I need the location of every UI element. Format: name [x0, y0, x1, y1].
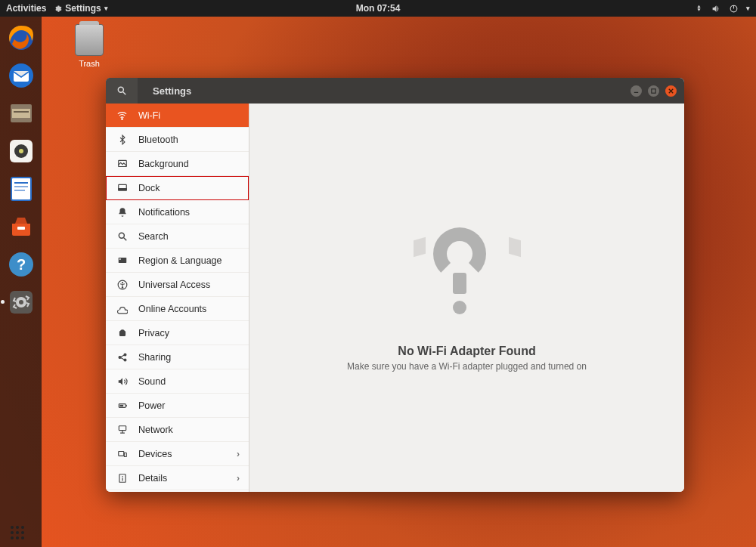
- sidebar-item-label: Online Accounts: [138, 304, 206, 314]
- search-button[interactable]: [106, 78, 138, 104]
- show-applications-button[interactable]: [11, 526, 24, 539]
- dock-item-software[interactable]: [6, 212, 36, 242]
- sound-icon: [116, 375, 128, 387]
- sidebar-item-dock[interactable]: Dock: [106, 176, 249, 200]
- online-accounts-icon: [116, 303, 128, 314]
- region-icon: [116, 255, 128, 266]
- dock-item-thunderbird[interactable]: [6, 60, 36, 91]
- sidebar-item-wifi[interactable]: Wi-Fi: [106, 104, 249, 128]
- dock-item-settings[interactable]: [6, 287, 36, 317]
- svg-rect-50: [122, 477, 122, 481]
- sidebar-item-label: Region & Language: [138, 255, 222, 266]
- sidebar-item-label: Devices: [138, 449, 172, 459]
- search-icon: [116, 85, 127, 96]
- wifi-icon: [116, 110, 128, 121]
- svg-point-49: [122, 475, 123, 477]
- network-status-icon[interactable]: [694, 4, 704, 14]
- svg-rect-46: [118, 451, 123, 456]
- svg-point-9: [19, 149, 23, 153]
- svg-rect-47: [124, 453, 126, 456]
- sidebar-item-label: Bluetooth: [138, 134, 178, 145]
- sidebar-item-sharing[interactable]: Sharing: [106, 345, 249, 369]
- sidebar-item-label: Sound: [138, 376, 166, 387]
- svg-rect-31: [118, 257, 126, 262]
- sidebar-item-label: Privacy: [138, 328, 169, 338]
- activities-button[interactable]: Activities: [6, 3, 46, 14]
- dock-item-files[interactable]: [6, 98, 36, 128]
- close-button[interactable]: [665, 85, 677, 97]
- sidebar-item-sound[interactable]: Sound: [106, 369, 249, 394]
- svg-rect-14: [14, 190, 25, 191]
- svg-point-34: [121, 282, 122, 283]
- sidebar-item-label: Wi-Fi: [138, 110, 160, 121]
- maximize-button[interactable]: [648, 85, 659, 97]
- universal-access-icon: [116, 279, 128, 290]
- svg-rect-6: [14, 111, 29, 113]
- sidebar-item-devices[interactable]: Devices ›: [106, 442, 249, 466]
- svg-line-39: [120, 357, 124, 359]
- window-title: Settings: [138, 85, 631, 97]
- privacy-icon: [116, 327, 128, 338]
- sidebar-item-privacy[interactable]: Privacy: [106, 321, 249, 345]
- svg-rect-41: [125, 404, 126, 406]
- sidebar-item-search[interactable]: Search: [106, 224, 249, 249]
- settings-gear-icon: [54, 5, 62, 13]
- svg-rect-10: [11, 178, 31, 200]
- dropdown-arrow-icon: ▾: [104, 5, 108, 12]
- sidebar-item-universal-access[interactable]: Universal Access: [106, 273, 249, 297]
- dock-item-firefox[interactable]: [6, 23, 36, 53]
- sidebar-item-region[interactable]: Region & Language: [106, 249, 249, 273]
- svg-line-38: [120, 355, 124, 357]
- sidebar-item-label: Power: [138, 400, 165, 411]
- sharing-icon: [116, 351, 128, 363]
- power-icon: [116, 400, 128, 411]
- sidebar-item-notifications[interactable]: Notifications: [106, 200, 249, 224]
- sidebar-item-background[interactable]: Background: [106, 152, 249, 176]
- bluetooth-icon: [116, 134, 128, 145]
- sidebar-item-bluetooth[interactable]: Bluetooth: [106, 128, 249, 152]
- dock-item-writer[interactable]: [6, 174, 36, 204]
- sidebar-item-label: Details: [138, 473, 167, 484]
- volume-status-icon[interactable]: [711, 4, 721, 14]
- chevron-right-icon: ›: [237, 473, 240, 484]
- clock[interactable]: Mon 07:54: [356, 3, 401, 14]
- sidebar-item-details[interactable]: Details ›: [106, 466, 249, 490]
- svg-rect-5: [12, 109, 30, 118]
- dock-icon: [116, 182, 128, 193]
- dock: ?: [0, 17, 42, 547]
- app-menu-button[interactable]: Settings ▾: [54, 3, 107, 14]
- devices-icon: [116, 448, 128, 459]
- dock-item-rhythmbox[interactable]: [6, 136, 36, 166]
- sidebar-item-label: Sharing: [138, 352, 171, 363]
- svg-rect-42: [119, 404, 123, 406]
- system-menu-arrow-icon[interactable]: ▾: [746, 5, 750, 12]
- sidebar-item-label: Background: [138, 159, 189, 169]
- sidebar-item-power[interactable]: Power: [106, 394, 249, 418]
- chevron-right-icon: ›: [237, 449, 240, 459]
- desktop-icon-trash[interactable]: Trash: [67, 24, 112, 68]
- content-subtext: Make sure you have a Wi-Fi adapter plugg…: [347, 361, 587, 372]
- svg-line-20: [123, 92, 126, 95]
- svg-point-25: [122, 119, 123, 120]
- sidebar-item-label: Search: [138, 231, 169, 242]
- details-icon: [116, 472, 128, 484]
- sidebar-item-label: Universal Access: [138, 280, 210, 290]
- svg-point-29: [119, 233, 124, 238]
- minimize-button[interactable]: [631, 85, 642, 97]
- dock-item-help[interactable]: ?: [6, 249, 36, 280]
- svg-rect-43: [119, 425, 125, 430]
- titlebar[interactable]: Settings: [106, 78, 684, 104]
- notifications-icon: [116, 206, 128, 218]
- svg-rect-13: [14, 186, 28, 187]
- network-icon: [116, 424, 128, 435]
- svg-text:?: ?: [16, 256, 25, 273]
- question-mark-icon: [418, 224, 516, 322]
- sidebar-item-label: Notifications: [138, 207, 190, 218]
- sidebar-item-online-accounts[interactable]: Online Accounts: [106, 297, 249, 321]
- search-icon: [116, 230, 128, 242]
- content-pane: No Wi-Fi Adapter Found Make sure you hav…: [249, 104, 684, 492]
- power-status-icon[interactable]: [729, 4, 739, 14]
- sidebar-item-network[interactable]: Network: [106, 418, 249, 442]
- trash-icon: [75, 24, 104, 56]
- svg-rect-15: [17, 227, 25, 230]
